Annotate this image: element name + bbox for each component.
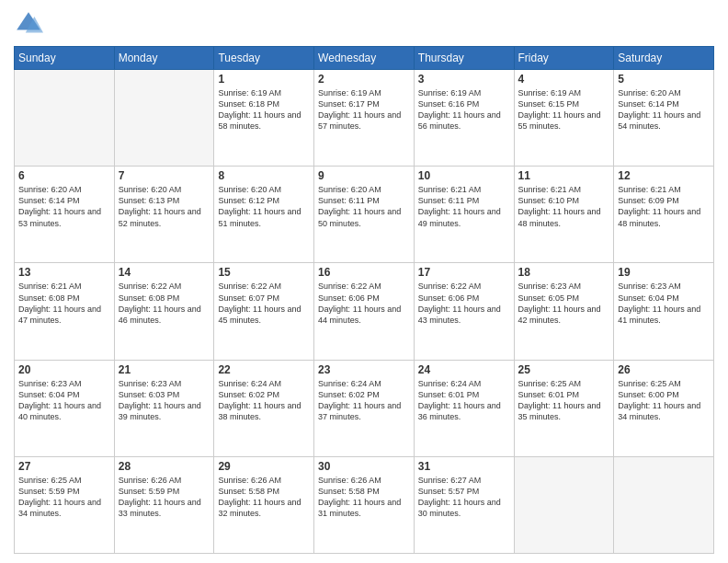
cell-text: Sunrise: 6:23 AMSunset: 6:04 PMDaylight:… — [18, 378, 110, 423]
calendar-cell: 10Sunrise: 6:21 AMSunset: 6:11 PMDayligh… — [414, 167, 514, 263]
calendar-cell: 21Sunrise: 6:23 AMSunset: 6:03 PMDayligh… — [114, 360, 214, 456]
col-header-tuesday: Tuesday — [214, 47, 314, 70]
day-number: 12 — [618, 169, 710, 182]
calendar-cell: 3Sunrise: 6:19 AMSunset: 6:16 PMDaylight… — [414, 70, 514, 167]
cell-text: Sunrise: 6:20 AMSunset: 6:12 PMDaylight:… — [218, 184, 310, 229]
calendar-cell: 31Sunrise: 6:27 AMSunset: 5:57 PMDayligh… — [414, 456, 514, 553]
calendar-cell — [114, 70, 214, 167]
calendar-cell: 11Sunrise: 6:21 AMSunset: 6:10 PMDayligh… — [514, 167, 614, 263]
day-number: 31 — [418, 460, 510, 473]
cell-text: Sunrise: 6:20 AMSunset: 6:14 PMDaylight:… — [18, 184, 110, 229]
day-number: 21 — [119, 363, 210, 376]
cell-text: Sunrise: 6:19 AMSunset: 6:16 PMDaylight:… — [418, 87, 510, 132]
day-number: 5 — [618, 73, 710, 86]
cell-text: Sunrise: 6:19 AMSunset: 6:17 PMDaylight:… — [318, 87, 410, 132]
logo-icon — [14, 9, 43, 39]
calendar-cell: 20Sunrise: 6:23 AMSunset: 6:04 PMDayligh… — [15, 360, 115, 456]
col-header-thursday: Thursday — [414, 47, 514, 70]
day-number: 24 — [418, 363, 510, 376]
day-number: 14 — [119, 266, 210, 279]
day-number: 19 — [618, 266, 710, 279]
day-number: 15 — [218, 266, 310, 279]
calendar-cell: 14Sunrise: 6:22 AMSunset: 6:08 PMDayligh… — [114, 263, 214, 360]
page: SundayMondayTuesdayWednesdayThursdayFrid… — [0, 0, 728, 563]
calendar-cell: 24Sunrise: 6:24 AMSunset: 6:01 PMDayligh… — [414, 360, 514, 456]
calendar-cell: 23Sunrise: 6:24 AMSunset: 6:02 PMDayligh… — [314, 360, 415, 456]
cell-text: Sunrise: 6:23 AMSunset: 6:03 PMDaylight:… — [119, 378, 210, 423]
day-number: 1 — [218, 73, 310, 86]
col-header-monday: Monday — [114, 47, 214, 70]
day-number: 29 — [218, 460, 310, 473]
day-number: 27 — [18, 460, 110, 473]
col-header-sunday: Sunday — [15, 47, 115, 70]
day-number: 20 — [18, 363, 110, 376]
calendar-cell: 30Sunrise: 6:26 AMSunset: 5:58 PMDayligh… — [314, 456, 415, 553]
day-number: 18 — [518, 266, 610, 279]
day-number: 10 — [418, 169, 510, 182]
day-number: 25 — [518, 363, 610, 376]
day-number: 2 — [318, 73, 410, 86]
calendar-cell: 27Sunrise: 6:25 AMSunset: 5:59 PMDayligh… — [15, 456, 115, 553]
calendar-cell — [514, 456, 614, 553]
cell-text: Sunrise: 6:21 AMSunset: 6:11 PMDaylight:… — [418, 184, 510, 229]
cell-text: Sunrise: 6:19 AMSunset: 6:18 PMDaylight:… — [218, 87, 310, 132]
calendar-cell: 16Sunrise: 6:22 AMSunset: 6:06 PMDayligh… — [314, 263, 415, 360]
calendar-cell: 28Sunrise: 6:26 AMSunset: 5:59 PMDayligh… — [114, 456, 214, 553]
calendar-cell: 4Sunrise: 6:19 AMSunset: 6:15 PMDaylight… — [514, 70, 614, 167]
cell-text: Sunrise: 6:21 AMSunset: 6:10 PMDaylight:… — [518, 184, 610, 229]
day-number: 4 — [518, 73, 610, 86]
cell-text: Sunrise: 6:22 AMSunset: 6:07 PMDaylight:… — [218, 281, 310, 326]
calendar-cell — [15, 70, 115, 167]
day-number: 11 — [518, 169, 610, 182]
cell-text: Sunrise: 6:21 AMSunset: 6:09 PMDaylight:… — [618, 184, 710, 229]
calendar-cell: 1Sunrise: 6:19 AMSunset: 6:18 PMDaylight… — [214, 70, 314, 167]
cell-text: Sunrise: 6:27 AMSunset: 5:57 PMDaylight:… — [418, 475, 510, 520]
calendar-cell: 17Sunrise: 6:22 AMSunset: 6:06 PMDayligh… — [414, 263, 514, 360]
cell-text: Sunrise: 6:24 AMSunset: 6:01 PMDaylight:… — [418, 378, 510, 423]
calendar-cell: 18Sunrise: 6:23 AMSunset: 6:05 PMDayligh… — [514, 263, 614, 360]
day-number: 22 — [218, 363, 310, 376]
cell-text: Sunrise: 6:23 AMSunset: 6:04 PMDaylight:… — [618, 281, 710, 326]
day-number: 28 — [119, 460, 210, 473]
day-number: 16 — [318, 266, 410, 279]
day-number: 7 — [119, 169, 210, 182]
logo — [14, 9, 47, 39]
calendar-cell: 12Sunrise: 6:21 AMSunset: 6:09 PMDayligh… — [614, 167, 714, 263]
cell-text: Sunrise: 6:22 AMSunset: 6:08 PMDaylight:… — [119, 281, 210, 326]
calendar-cell: 26Sunrise: 6:25 AMSunset: 6:00 PMDayligh… — [614, 360, 714, 456]
col-header-wednesday: Wednesday — [314, 47, 415, 70]
cell-text: Sunrise: 6:21 AMSunset: 6:08 PMDaylight:… — [18, 281, 110, 326]
calendar-cell: 6Sunrise: 6:20 AMSunset: 6:14 PMDaylight… — [15, 167, 115, 263]
calendar-cell: 5Sunrise: 6:20 AMSunset: 6:14 PMDaylight… — [614, 70, 714, 167]
day-number: 23 — [318, 363, 410, 376]
calendar-cell: 29Sunrise: 6:26 AMSunset: 5:58 PMDayligh… — [214, 456, 314, 553]
cell-text: Sunrise: 6:26 AMSunset: 5:59 PMDaylight:… — [119, 475, 210, 520]
cell-text: Sunrise: 6:24 AMSunset: 6:02 PMDaylight:… — [318, 378, 410, 423]
cell-text: Sunrise: 6:20 AMSunset: 6:13 PMDaylight:… — [119, 184, 210, 229]
day-number: 9 — [318, 169, 410, 182]
calendar-cell: 15Sunrise: 6:22 AMSunset: 6:07 PMDayligh… — [214, 263, 314, 360]
cell-text: Sunrise: 6:20 AMSunset: 6:14 PMDaylight:… — [618, 87, 710, 132]
day-number: 6 — [18, 169, 110, 182]
calendar-table: SundayMondayTuesdayWednesdayThursdayFrid… — [14, 46, 714, 554]
calendar-cell: 2Sunrise: 6:19 AMSunset: 6:17 PMDaylight… — [314, 70, 415, 167]
cell-text: Sunrise: 6:23 AMSunset: 6:05 PMDaylight:… — [518, 281, 610, 326]
calendar-cell: 9Sunrise: 6:20 AMSunset: 6:11 PMDaylight… — [314, 167, 415, 263]
cell-text: Sunrise: 6:20 AMSunset: 6:11 PMDaylight:… — [318, 184, 410, 229]
col-header-saturday: Saturday — [614, 47, 714, 70]
day-number: 13 — [18, 266, 110, 279]
day-number: 30 — [318, 460, 410, 473]
cell-text: Sunrise: 6:22 AMSunset: 6:06 PMDaylight:… — [418, 281, 510, 326]
col-header-friday: Friday — [514, 47, 614, 70]
cell-text: Sunrise: 6:25 AMSunset: 6:00 PMDaylight:… — [618, 378, 710, 423]
calendar-cell: 8Sunrise: 6:20 AMSunset: 6:12 PMDaylight… — [214, 167, 314, 263]
day-number: 8 — [218, 169, 310, 182]
cell-text: Sunrise: 6:25 AMSunset: 6:01 PMDaylight:… — [518, 378, 610, 423]
calendar-cell: 13Sunrise: 6:21 AMSunset: 6:08 PMDayligh… — [15, 263, 115, 360]
day-number: 3 — [418, 73, 510, 86]
cell-text: Sunrise: 6:22 AMSunset: 6:06 PMDaylight:… — [318, 281, 410, 326]
calendar-cell — [614, 456, 714, 553]
cell-text: Sunrise: 6:26 AMSunset: 5:58 PMDaylight:… — [218, 475, 310, 520]
cell-text: Sunrise: 6:19 AMSunset: 6:15 PMDaylight:… — [518, 87, 610, 132]
calendar-cell: 7Sunrise: 6:20 AMSunset: 6:13 PMDaylight… — [114, 167, 214, 263]
